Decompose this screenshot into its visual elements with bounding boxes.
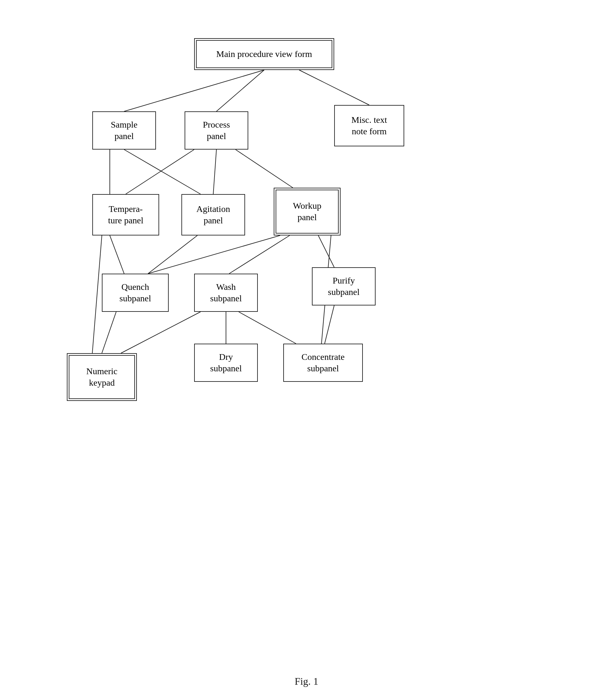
svg-line-9	[92, 236, 102, 353]
svg-line-0	[124, 70, 264, 111]
misc-text-label: Misc. textnote form	[351, 114, 387, 137]
concentrate-subpanel-label: Concentratesubpanel	[301, 351, 344, 374]
svg-line-7	[236, 149, 293, 188]
agitation-panel-label: Agitationpanel	[196, 203, 230, 226]
numeric-keypad-node: Numerickeypad	[67, 353, 137, 401]
svg-line-12	[229, 236, 290, 274]
numeric-keypad-label: Numerickeypad	[86, 366, 117, 389]
svg-line-10	[148, 236, 197, 274]
temperature-panel-node: Tempera-ture panel	[92, 194, 159, 236]
svg-line-1	[217, 70, 264, 111]
svg-line-18	[325, 305, 334, 344]
svg-line-2	[299, 70, 369, 105]
svg-line-19	[239, 312, 296, 344]
agitation-panel-node: Agitationpanel	[181, 194, 245, 236]
figure-label: Fig. 1	[295, 675, 318, 687]
process-panel-label: Processpanel	[203, 119, 230, 142]
svg-line-11	[148, 236, 280, 274]
purify-subpanel-label: Purifysubpanel	[328, 275, 360, 298]
workup-panel-label: Workuppanel	[293, 200, 322, 223]
process-panel-node: Processpanel	[185, 111, 248, 149]
sample-panel-node: Samplepanel	[92, 111, 156, 149]
dry-subpanel-node: Drysubpanel	[194, 344, 258, 382]
svg-line-4	[124, 149, 200, 194]
temperature-panel-label: Tempera-ture panel	[108, 203, 143, 226]
connections-svg	[57, 19, 554, 624]
wash-subpanel-node: Washsubpanel	[194, 274, 258, 312]
main-procedure-label: Main procedure view form	[217, 48, 312, 60]
svg-line-15	[102, 312, 116, 353]
svg-line-8	[110, 236, 124, 274]
svg-line-6	[213, 149, 217, 194]
misc-text-node: Misc. textnote form	[334, 105, 404, 146]
workup-panel-node: Workuppanel	[274, 188, 341, 236]
quench-subpanel-node: Quenchsubpanel	[102, 274, 169, 312]
diagram: Main procedure view form Samplepanel Pro…	[57, 19, 554, 624]
quench-subpanel-label: Quenchsubpanel	[119, 281, 151, 304]
dry-subpanel-label: Drysubpanel	[210, 351, 242, 374]
concentrate-subpanel-node: Concentratesubpanel	[283, 344, 363, 382]
main-procedure-node: Main procedure view form	[194, 38, 334, 70]
svg-line-5	[126, 149, 194, 194]
wash-subpanel-label: Washsubpanel	[210, 281, 242, 304]
svg-line-16	[121, 312, 200, 353]
sample-panel-label: Samplepanel	[111, 119, 138, 142]
svg-line-13	[318, 236, 334, 267]
purify-subpanel-node: Purifysubpanel	[312, 267, 376, 305]
